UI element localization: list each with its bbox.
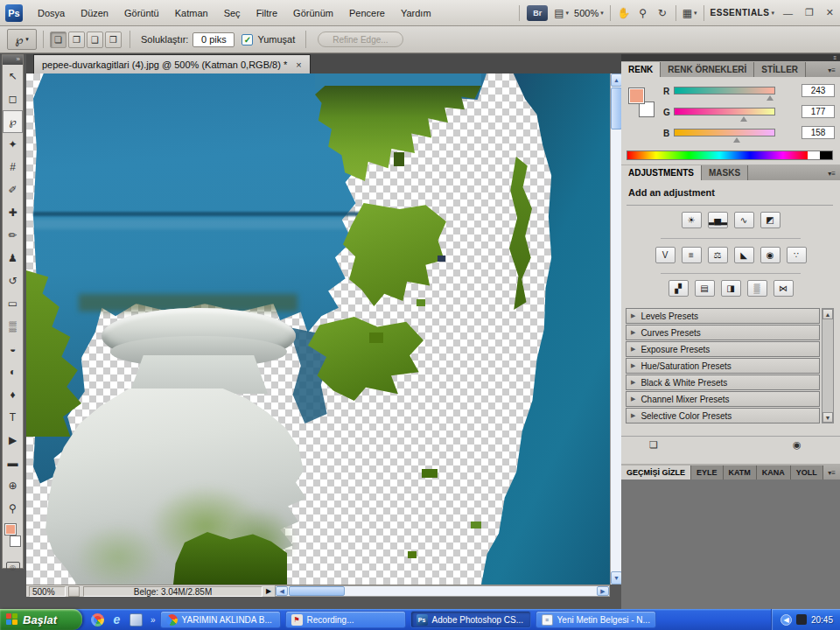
close-button[interactable]: ✕	[820, 7, 840, 18]
blur-tool[interactable]: ◒	[3, 338, 23, 360]
menu-pencere[interactable]: Pencere	[341, 0, 393, 26]
zoom-tool-icon[interactable]: ⚲	[634, 4, 653, 22]
green-value-field[interactable]: 177	[802, 105, 835, 118]
shape-tool[interactable]: ▬	[3, 452, 23, 474]
rotate-view-tool[interactable]: ⊕	[3, 474, 23, 497]
quick-selection-tool[interactable]: ✦	[3, 133, 23, 156]
tools-panel-collapse-icon[interactable]: »	[3, 55, 23, 65]
menu-gorunum[interactable]: Görünüm	[285, 0, 341, 26]
dodge-tool[interactable]: ◐	[3, 360, 23, 383]
menu-yardim[interactable]: Yardım	[393, 0, 439, 26]
canvas-horizontal-scrollbar[interactable]: ◀ ▶	[275, 585, 610, 597]
preset-list-scrollbar[interactable]: ▲ ▼	[822, 308, 834, 424]
scroll-up-icon[interactable]: ▲	[822, 309, 833, 319]
eraser-tool[interactable]: ▭	[3, 292, 23, 315]
menu-sec[interactable]: Seç	[216, 0, 248, 26]
background-color-swatch[interactable]	[10, 536, 21, 547]
move-tool[interactable]: ↖	[3, 65, 23, 88]
levels-icon[interactable]: ▂▅▂	[708, 212, 728, 228]
green-slider-knob[interactable]	[740, 116, 747, 122]
expand-icon[interactable]: ▶	[631, 346, 635, 353]
blue-slider-knob[interactable]	[733, 137, 740, 143]
minimize-button[interactable]: —	[777, 8, 799, 18]
brush-tool[interactable]: ✏	[3, 224, 23, 247]
crop-tool[interactable]: #	[3, 156, 23, 178]
clone-stamp-tool[interactable]: ♟	[3, 247, 23, 270]
path-selection-tool[interactable]: ▶	[3, 429, 23, 452]
color-spectrum-ramp[interactable]	[626, 150, 833, 160]
chrome-icon[interactable]	[91, 613, 104, 626]
threshold-icon[interactable]: ◨	[721, 280, 741, 297]
hue-saturation-presets-item[interactable]: ▶Hue/Saturation Presets	[626, 358, 820, 374]
tab-eylemler[interactable]: EYLE	[691, 466, 724, 480]
black-white-icon[interactable]: ◣	[734, 247, 754, 263]
scroll-down-icon[interactable]: ▼	[822, 412, 833, 423]
start-button[interactable]: Başlat	[0, 609, 82, 630]
quick-mask-icon[interactable]: ◎	[6, 562, 20, 572]
horizontal-scroll-thumb[interactable]	[289, 586, 345, 596]
tab-renk[interactable]: RENK	[621, 62, 661, 77]
tab-renk-ornekleri[interactable]: RENK ÖRNEKLERİ	[661, 62, 754, 77]
rotate-view-icon[interactable]: ↻	[653, 4, 672, 22]
taskbar-item-browser[interactable]: YARIMIN AKLINDA B...	[160, 611, 281, 628]
zoom-tool[interactable]: ⚲	[3, 497, 23, 520]
type-tool[interactable]: T	[3, 406, 23, 429]
brightness-contrast-icon[interactable]: ☀	[682, 212, 702, 228]
subtract-selection-mode-icon[interactable]: ❑	[87, 32, 103, 48]
zoom-level-dropdown[interactable]: 500%▾	[571, 4, 606, 22]
taskbar-item-notepad[interactable]: ≡ Yeni Metin Belgesi - N...	[536, 611, 656, 628]
show-desktop-icon[interactable]	[130, 613, 143, 626]
panel-menu-icon[interactable]: ▾≡	[828, 66, 840, 77]
red-value-field[interactable]: 243	[802, 84, 835, 97]
tab-stiller[interactable]: STİLLER	[754, 62, 806, 77]
pen-tool[interactable]: ♦	[3, 383, 23, 406]
history-brush-tool[interactable]: ↺	[3, 270, 23, 292]
internet-explorer-icon[interactable]: e	[110, 613, 123, 626]
tab-katmanlar[interactable]: KATM	[724, 466, 757, 480]
vibrance-icon[interactable]: V	[655, 247, 676, 263]
add-selection-mode-icon[interactable]: ❐	[68, 32, 85, 48]
exposure-icon[interactable]: ◩	[760, 212, 780, 228]
exposure-presets-item[interactable]: ▶Exposure Presets	[626, 341, 820, 357]
status-options-button[interactable]	[68, 586, 80, 597]
foreground-color-swatch[interactable]	[628, 88, 645, 104]
invert-icon[interactable]: ▞	[668, 280, 689, 297]
panel-menu-icon[interactable]: ▾≡	[828, 170, 840, 180]
taskbar-item-recording[interactable]: ⚑ Recording...	[285, 611, 406, 628]
view-extras-icon[interactable]: ▤▾	[551, 4, 571, 22]
levels-presets-item[interactable]: ▶Levels Presets	[626, 308, 820, 324]
quick-launch-overflow-icon[interactable]: »	[150, 615, 156, 625]
tab-adjustments[interactable]: ADJUSTMENTS	[621, 165, 702, 180]
canvas[interactable]	[26, 74, 610, 584]
workspace-switcher[interactable]: ESSENTIALS▾	[708, 4, 777, 22]
scroll-right-icon[interactable]: ▶	[597, 586, 609, 596]
selective-color-presets-item[interactable]: ▶Selective Color Presets	[626, 408, 820, 424]
red-slider-knob[interactable]	[766, 95, 774, 101]
antialias-checkbox[interactable]: ✓	[242, 34, 253, 46]
foreground-color-swatch[interactable]	[4, 523, 17, 536]
selective-color-icon[interactable]: ⋈	[774, 280, 794, 297]
channel-mixer-presets-item[interactable]: ▶Channel Mixer Presets	[626, 391, 820, 407]
gradient-map-icon[interactable]: ▒	[747, 280, 767, 297]
red-slider[interactable]	[674, 87, 775, 94]
tab-gecmis[interactable]: GEÇMİŞİ GİZLE	[621, 466, 691, 480]
photo-filter-icon[interactable]: ◉	[760, 247, 780, 263]
arrange-documents-icon[interactable]: ▦▾	[680, 4, 700, 22]
tool-preset-picker[interactable]: ℘▾	[7, 29, 37, 50]
menu-katman[interactable]: Katman	[167, 0, 216, 26]
expanded-view-icon[interactable]: ❏	[649, 439, 658, 451]
hand-tool-icon[interactable]: ✋	[614, 4, 634, 22]
curves-presets-item[interactable]: ▶Curves Presets	[626, 325, 820, 340]
menu-duzen[interactable]: Düzen	[73, 0, 116, 26]
marquee-tool[interactable]: ◻	[3, 88, 23, 110]
refine-edge-button[interactable]: Refine Edge...	[318, 32, 402, 47]
tray-app-icon[interactable]	[796, 614, 807, 625]
gradient-tool[interactable]: ▒	[3, 315, 23, 338]
green-slider[interactable]	[674, 108, 775, 116]
expand-icon[interactable]: ▶	[631, 412, 635, 419]
feather-input[interactable]: 0 piks	[192, 32, 234, 47]
expand-icon[interactable]: ▶	[631, 329, 635, 336]
restore-button[interactable]: ❐	[799, 7, 820, 18]
clip-to-layer-icon[interactable]: ◉	[793, 439, 802, 451]
taskbar-item-photoshop[interactable]: Ps Adobe Photoshop CS...	[410, 611, 531, 628]
